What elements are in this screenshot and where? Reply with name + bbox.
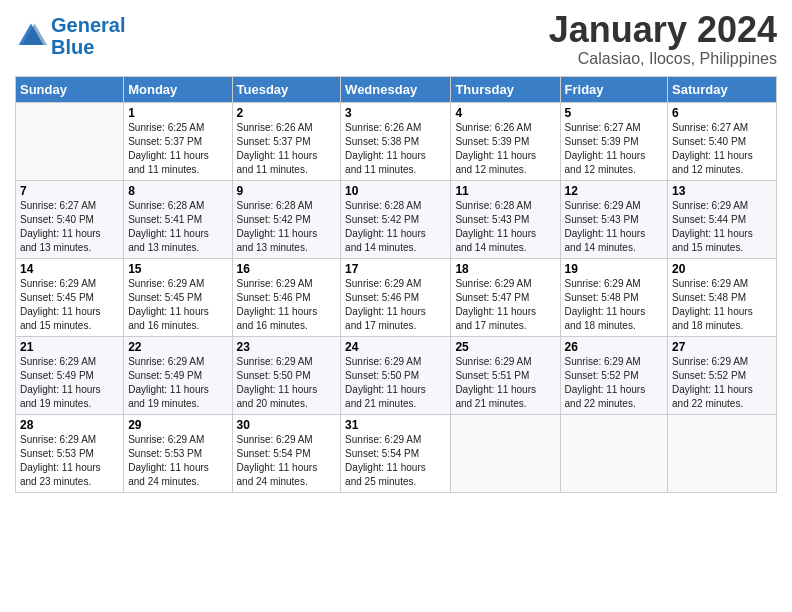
day-number: 12: [565, 184, 664, 198]
month-title: January 2024: [549, 10, 777, 50]
day-number: 14: [20, 262, 119, 276]
day-info: Sunrise: 6:29 AMSunset: 5:50 PMDaylight:…: [345, 355, 446, 411]
page-container: GeneralBlue January 2024 Calasiao, Iloco…: [0, 0, 792, 498]
day-number: 6: [672, 106, 772, 120]
table-row: 4Sunrise: 6:26 AMSunset: 5:39 PMDaylight…: [451, 102, 560, 180]
table-row: 2Sunrise: 6:26 AMSunset: 5:37 PMDaylight…: [232, 102, 341, 180]
table-row: 18Sunrise: 6:29 AMSunset: 5:47 PMDayligh…: [451, 258, 560, 336]
day-info: Sunrise: 6:26 AMSunset: 5:39 PMDaylight:…: [455, 121, 555, 177]
day-info: Sunrise: 6:29 AMSunset: 5:53 PMDaylight:…: [20, 433, 119, 489]
day-info: Sunrise: 6:29 AMSunset: 5:46 PMDaylight:…: [345, 277, 446, 333]
table-row: 30Sunrise: 6:29 AMSunset: 5:54 PMDayligh…: [232, 414, 341, 492]
day-number: 11: [455, 184, 555, 198]
day-info: Sunrise: 6:29 AMSunset: 5:48 PMDaylight:…: [565, 277, 664, 333]
day-info: Sunrise: 6:29 AMSunset: 5:49 PMDaylight:…: [128, 355, 227, 411]
calendar-week-3: 21Sunrise: 6:29 AMSunset: 5:49 PMDayligh…: [16, 336, 777, 414]
day-number: 18: [455, 262, 555, 276]
table-row: 12Sunrise: 6:29 AMSunset: 5:43 PMDayligh…: [560, 180, 668, 258]
table-row: 10Sunrise: 6:28 AMSunset: 5:42 PMDayligh…: [341, 180, 451, 258]
day-number: 24: [345, 340, 446, 354]
table-row: 17Sunrise: 6:29 AMSunset: 5:46 PMDayligh…: [341, 258, 451, 336]
header-wednesday: Wednesday: [341, 76, 451, 102]
day-number: 29: [128, 418, 227, 432]
day-number: 15: [128, 262, 227, 276]
day-number: 31: [345, 418, 446, 432]
day-info: Sunrise: 6:29 AMSunset: 5:44 PMDaylight:…: [672, 199, 772, 255]
day-info: Sunrise: 6:28 AMSunset: 5:41 PMDaylight:…: [128, 199, 227, 255]
day-number: 3: [345, 106, 446, 120]
calendar-week-2: 14Sunrise: 6:29 AMSunset: 5:45 PMDayligh…: [16, 258, 777, 336]
day-info: Sunrise: 6:29 AMSunset: 5:51 PMDaylight:…: [455, 355, 555, 411]
day-info: Sunrise: 6:27 AMSunset: 5:40 PMDaylight:…: [20, 199, 119, 255]
day-number: 4: [455, 106, 555, 120]
day-number: 2: [237, 106, 337, 120]
day-info: Sunrise: 6:28 AMSunset: 5:43 PMDaylight:…: [455, 199, 555, 255]
day-info: Sunrise: 6:28 AMSunset: 5:42 PMDaylight:…: [345, 199, 446, 255]
day-info: Sunrise: 6:29 AMSunset: 5:45 PMDaylight:…: [128, 277, 227, 333]
table-row: 5Sunrise: 6:27 AMSunset: 5:39 PMDaylight…: [560, 102, 668, 180]
table-row: 20Sunrise: 6:29 AMSunset: 5:48 PMDayligh…: [668, 258, 777, 336]
day-number: 20: [672, 262, 772, 276]
table-row: 13Sunrise: 6:29 AMSunset: 5:44 PMDayligh…: [668, 180, 777, 258]
day-number: 13: [672, 184, 772, 198]
header: GeneralBlue January 2024 Calasiao, Iloco…: [15, 10, 777, 68]
table-row: 27Sunrise: 6:29 AMSunset: 5:52 PMDayligh…: [668, 336, 777, 414]
day-info: Sunrise: 6:29 AMSunset: 5:48 PMDaylight:…: [672, 277, 772, 333]
day-info: Sunrise: 6:29 AMSunset: 5:49 PMDaylight:…: [20, 355, 119, 411]
day-info: Sunrise: 6:29 AMSunset: 5:53 PMDaylight:…: [128, 433, 227, 489]
day-number: 9: [237, 184, 337, 198]
table-row: 26Sunrise: 6:29 AMSunset: 5:52 PMDayligh…: [560, 336, 668, 414]
calendar-week-4: 28Sunrise: 6:29 AMSunset: 5:53 PMDayligh…: [16, 414, 777, 492]
day-number: 17: [345, 262, 446, 276]
day-info: Sunrise: 6:27 AMSunset: 5:39 PMDaylight:…: [565, 121, 664, 177]
table-row: 28Sunrise: 6:29 AMSunset: 5:53 PMDayligh…: [16, 414, 124, 492]
day-number: 27: [672, 340, 772, 354]
day-info: Sunrise: 6:26 AMSunset: 5:38 PMDaylight:…: [345, 121, 446, 177]
table-row: 8Sunrise: 6:28 AMSunset: 5:41 PMDaylight…: [124, 180, 232, 258]
day-info: Sunrise: 6:29 AMSunset: 5:47 PMDaylight:…: [455, 277, 555, 333]
day-info: Sunrise: 6:29 AMSunset: 5:50 PMDaylight:…: [237, 355, 337, 411]
day-number: 19: [565, 262, 664, 276]
day-info: Sunrise: 6:28 AMSunset: 5:42 PMDaylight:…: [237, 199, 337, 255]
table-row: 31Sunrise: 6:29 AMSunset: 5:54 PMDayligh…: [341, 414, 451, 492]
day-info: Sunrise: 6:27 AMSunset: 5:40 PMDaylight:…: [672, 121, 772, 177]
day-info: Sunrise: 6:29 AMSunset: 5:54 PMDaylight:…: [237, 433, 337, 489]
table-row: 21Sunrise: 6:29 AMSunset: 5:49 PMDayligh…: [16, 336, 124, 414]
day-info: Sunrise: 6:26 AMSunset: 5:37 PMDaylight:…: [237, 121, 337, 177]
day-number: 21: [20, 340, 119, 354]
table-row: 11Sunrise: 6:28 AMSunset: 5:43 PMDayligh…: [451, 180, 560, 258]
table-row: 29Sunrise: 6:29 AMSunset: 5:53 PMDayligh…: [124, 414, 232, 492]
logo-text: GeneralBlue: [51, 14, 125, 58]
day-info: Sunrise: 6:29 AMSunset: 5:46 PMDaylight:…: [237, 277, 337, 333]
calendar-header-row: Sunday Monday Tuesday Wednesday Thursday…: [16, 76, 777, 102]
header-sunday: Sunday: [16, 76, 124, 102]
day-info: Sunrise: 6:29 AMSunset: 5:52 PMDaylight:…: [672, 355, 772, 411]
header-tuesday: Tuesday: [232, 76, 341, 102]
calendar-table: Sunday Monday Tuesday Wednesday Thursday…: [15, 76, 777, 493]
table-row: [668, 414, 777, 492]
header-monday: Monday: [124, 76, 232, 102]
table-row: 25Sunrise: 6:29 AMSunset: 5:51 PMDayligh…: [451, 336, 560, 414]
day-number: 1: [128, 106, 227, 120]
table-row: 24Sunrise: 6:29 AMSunset: 5:50 PMDayligh…: [341, 336, 451, 414]
calendar-week-1: 7Sunrise: 6:27 AMSunset: 5:40 PMDaylight…: [16, 180, 777, 258]
table-row: 1Sunrise: 6:25 AMSunset: 5:37 PMDaylight…: [124, 102, 232, 180]
table-row: 6Sunrise: 6:27 AMSunset: 5:40 PMDaylight…: [668, 102, 777, 180]
table-row: 16Sunrise: 6:29 AMSunset: 5:46 PMDayligh…: [232, 258, 341, 336]
day-info: Sunrise: 6:29 AMSunset: 5:45 PMDaylight:…: [20, 277, 119, 333]
day-number: 5: [565, 106, 664, 120]
day-info: Sunrise: 6:29 AMSunset: 5:43 PMDaylight:…: [565, 199, 664, 255]
day-number: 16: [237, 262, 337, 276]
day-info: Sunrise: 6:25 AMSunset: 5:37 PMDaylight:…: [128, 121, 227, 177]
day-number: 22: [128, 340, 227, 354]
table-row: 9Sunrise: 6:28 AMSunset: 5:42 PMDaylight…: [232, 180, 341, 258]
table-row: [451, 414, 560, 492]
header-thursday: Thursday: [451, 76, 560, 102]
table-row: 23Sunrise: 6:29 AMSunset: 5:50 PMDayligh…: [232, 336, 341, 414]
table-row: 22Sunrise: 6:29 AMSunset: 5:49 PMDayligh…: [124, 336, 232, 414]
table-row: [16, 102, 124, 180]
day-number: 10: [345, 184, 446, 198]
day-number: 7: [20, 184, 119, 198]
calendar-week-0: 1Sunrise: 6:25 AMSunset: 5:37 PMDaylight…: [16, 102, 777, 180]
header-friday: Friday: [560, 76, 668, 102]
